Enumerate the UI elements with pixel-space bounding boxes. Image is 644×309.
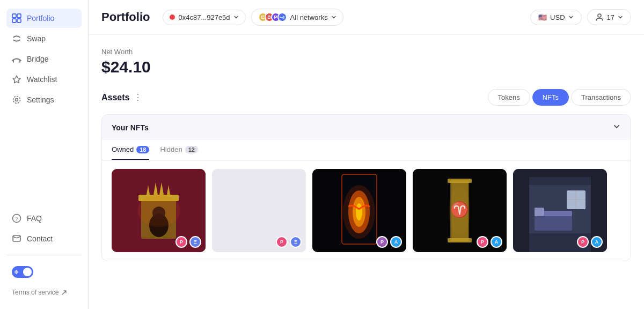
theme-toggle-row <box>6 262 82 282</box>
sidebar-nav: Portfolio Swap Bridge <box>0 9 88 248</box>
tab-nfts[interactable]: NFTs <box>532 89 569 106</box>
assets-header: Assets ⋮ Tokens NFTs Transactions <box>101 89 631 106</box>
theme-toggle[interactable] <box>12 266 33 278</box>
svg-point-6 <box>16 99 18 101</box>
network-label: All networks <box>290 13 328 21</box>
owned-label: Owned <box>112 145 134 153</box>
network-icon-more: +4 <box>277 12 287 22</box>
faq-icon: ? <box>12 214 21 223</box>
nft-card-5-badges: P A <box>577 236 603 248</box>
assets-title: Assets <box>101 93 129 102</box>
settings-icon <box>12 95 21 105</box>
badge-polygon: P <box>276 236 288 248</box>
sidebar-item-bridge[interactable]: Bridge <box>6 49 82 69</box>
nft-card-2[interactable]: P Ξ <box>212 169 306 252</box>
svg-text:?: ? <box>16 216 18 222</box>
svg-rect-1 <box>17 14 21 18</box>
notifications-btn[interactable]: 17 <box>587 9 631 25</box>
nft-card-5[interactable]: P A <box>513 169 607 252</box>
sidebar-item-settings[interactable]: Settings <box>6 90 82 109</box>
chevron-down-icon <box>233 14 239 20</box>
nft-tab-hidden[interactable]: Hidden 12 <box>160 140 197 160</box>
portfolio-icon <box>12 13 21 23</box>
svg-point-7 <box>13 97 20 104</box>
tab-transactions[interactable]: Transactions <box>571 89 631 106</box>
sidebar-item-label: Settings <box>27 95 54 104</box>
net-worth-value: $24.10 <box>101 58 631 76</box>
badge-arb: A <box>491 236 502 248</box>
svg-point-22 <box>137 195 180 227</box>
header-right: 🇺🇸 USD 17 <box>530 9 631 25</box>
contact-icon <box>12 234 21 244</box>
chevron-icon <box>612 122 621 133</box>
sidebar-bottom: Terms of service <box>0 262 88 300</box>
nft-tab-owned[interactable]: Owned 18 <box>112 140 149 160</box>
hidden-label: Hidden <box>160 145 182 153</box>
terms-label: Terms of service <box>12 289 58 296</box>
network-icons: E B P +4 <box>258 12 287 22</box>
flag-icon: 🇺🇸 <box>538 13 547 21</box>
nft-tabs: Owned 18 Hidden 12 <box>102 140 631 160</box>
svg-rect-37 <box>448 238 472 242</box>
badge-polygon: P <box>477 236 488 248</box>
sidebar-item-label: Portfolio <box>27 14 54 23</box>
bridge-icon <box>12 54 21 64</box>
wallet-selector[interactable]: 0x4c87...927e5d <box>163 10 245 25</box>
badge-polygon: P <box>376 236 388 248</box>
sidebar-item-contact[interactable]: Contact <box>6 229 82 248</box>
sidebar-item-faq[interactable]: ? FAQ <box>6 209 82 228</box>
badge-eth: Ξ <box>290 236 302 248</box>
badge-arb: A <box>390 236 402 248</box>
watchlist-icon <box>12 75 21 84</box>
badge-polygon: P <box>577 236 589 248</box>
nft-panel: Your NFTs Owned 18 Hidden 12 <box>101 114 631 261</box>
sidebar-item-label: FAQ <box>27 214 42 223</box>
chevron-down-icon <box>331 14 336 20</box>
currency-selector[interactable]: 🇺🇸 USD <box>530 10 581 25</box>
currency-label: USD <box>550 13 565 21</box>
nft-card-1[interactable]: P Ξ <box>112 169 206 252</box>
terms-of-service-link[interactable]: Terms of service <box>6 284 82 300</box>
svg-rect-44 <box>535 208 544 216</box>
hidden-count: 12 <box>185 146 198 153</box>
sidebar-item-portfolio[interactable]: Portfolio <box>6 9 82 28</box>
sidebar-item-label: Contact <box>27 234 53 243</box>
nft-card-3[interactable]: P A <box>312 169 406 252</box>
svg-point-30 <box>343 185 375 239</box>
chevron-down-icon <box>568 14 574 20</box>
badge-polygon: P <box>175 236 187 248</box>
svg-rect-10 <box>13 236 20 241</box>
svg-point-35 <box>449 187 470 235</box>
swap-icon <box>12 34 21 43</box>
svg-rect-36 <box>448 179 472 183</box>
nft-panel-header[interactable]: Your NFTs <box>102 115 631 140</box>
net-worth-label: Net Worth <box>101 48 631 56</box>
nft-card-4[interactable]: ♈ P A <box>413 169 507 252</box>
sidebar-item-watchlist[interactable]: Watchlist <box>6 70 82 89</box>
nft-card-4-badges: P A <box>477 236 502 248</box>
header-controls: 0x4c87...927e5d E B P +4 All networks <box>163 9 522 26</box>
svg-rect-3 <box>17 19 21 23</box>
owned-count: 18 <box>136 146 149 153</box>
nft-card-1-badges: P Ξ <box>175 236 201 248</box>
svg-rect-2 <box>12 19 16 23</box>
sidebar-item-label: Watchlist <box>27 75 57 84</box>
tab-tokens[interactable]: Tokens <box>488 89 530 106</box>
network-selector[interactable]: E B P +4 All networks <box>251 9 343 26</box>
header: Portfolio 0x4c87...927e5d E B P +4 All n… <box>89 0 644 35</box>
sidebar: Portfolio Swap Bridge <box>0 0 89 309</box>
page-title: Portfolio <box>101 10 150 24</box>
external-link-icon <box>61 290 67 296</box>
sidebar-item-label: Swap <box>27 34 46 43</box>
main-content: Portfolio 0x4c87...927e5d E B P +4 All n… <box>89 0 644 309</box>
wallet-address: 0x4c87...927e5d <box>178 13 230 21</box>
nft-card-3-badges: P A <box>376 236 402 248</box>
badge-arb: A <box>591 236 603 248</box>
assets-menu-icon[interactable]: ⋮ <box>134 92 142 102</box>
sidebar-item-swap[interactable]: Swap <box>6 29 82 48</box>
sidebar-divider <box>6 255 82 255</box>
assets-tabs: Tokens NFTs Transactions <box>488 89 631 106</box>
content-area: Net Worth $24.10 Assets ⋮ Tokens NFTs Tr… <box>89 35 644 309</box>
user-icon <box>595 13 604 21</box>
sidebar-item-label: Bridge <box>27 55 48 63</box>
